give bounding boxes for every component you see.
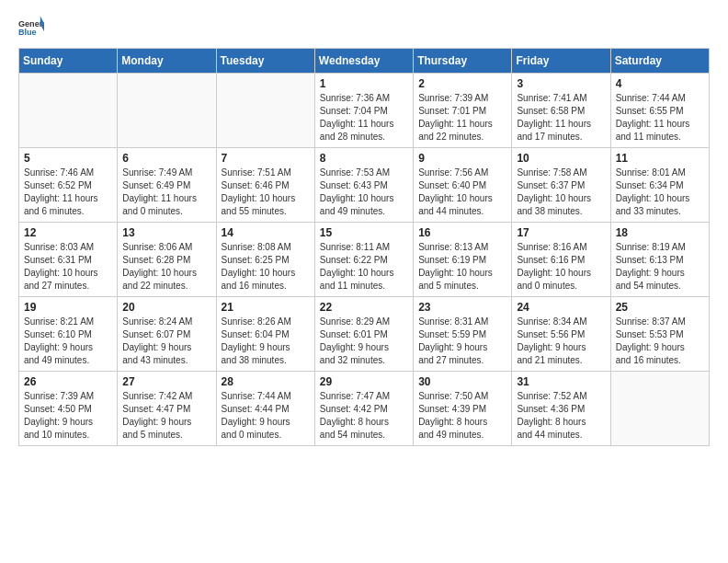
day-number: 27 [122,375,210,388]
svg-text:Blue: Blue [18,28,37,37]
calendar-cell: 17Sunrise: 8:16 AM Sunset: 6:16 PM Dayli… [512,223,610,297]
calendar-table: SundayMondayTuesdayWednesdayThursdayFrid… [18,48,710,446]
day-info: Sunrise: 8:03 AM Sunset: 6:31 PM Dayligh… [24,241,112,293]
day-number: 21 [222,301,310,314]
calendar-cell: 22Sunrise: 8:29 AM Sunset: 6:01 PM Dayli… [314,297,413,372]
calendar-cell: 19Sunrise: 8:21 AM Sunset: 6:10 PM Dayli… [19,297,118,372]
day-info: Sunrise: 8:19 AM Sunset: 6:13 PM Dayligh… [616,241,704,293]
calendar-cell: 8Sunrise: 7:53 AM Sunset: 6:43 PM Daylig… [314,148,413,223]
day-number: 12 [24,226,112,239]
day-info: Sunrise: 7:58 AM Sunset: 6:37 PM Dayligh… [517,167,605,218]
day-of-week-header: Saturday [610,49,709,74]
calendar-cell: 10Sunrise: 7:58 AM Sunset: 6:37 PM Dayli… [512,148,610,223]
calendar-cell: 1Sunrise: 7:36 AM Sunset: 7:04 PM Daylig… [314,74,413,148]
logo-icon: General Blue [18,15,44,40]
calendar-cell [216,74,314,148]
day-info: Sunrise: 8:31 AM Sunset: 5:59 PM Dayligh… [418,316,506,367]
day-number: 19 [24,301,112,314]
calendar-cell: 21Sunrise: 8:26 AM Sunset: 6:04 PM Dayli… [216,297,314,372]
day-info: Sunrise: 7:46 AM Sunset: 6:52 PM Dayligh… [24,167,112,218]
day-number: 20 [122,301,210,314]
day-number: 6 [122,152,210,165]
day-number: 15 [320,226,408,239]
calendar-cell: 15Sunrise: 8:11 AM Sunset: 6:22 PM Dayli… [314,223,413,297]
calendar-cell: 27Sunrise: 7:42 AM Sunset: 4:47 PM Dayli… [118,372,216,446]
calendar-cell: 29Sunrise: 7:47 AM Sunset: 4:42 PM Dayli… [314,372,413,446]
calendar-cell: 25Sunrise: 8:37 AM Sunset: 5:53 PM Dayli… [610,297,709,372]
calendar-cell: 4Sunrise: 7:44 AM Sunset: 6:55 PM Daylig… [610,74,709,148]
day-number: 24 [517,301,605,314]
day-info: Sunrise: 7:49 AM Sunset: 6:49 PM Dayligh… [122,167,210,218]
day-number: 26 [24,375,112,388]
day-number: 11 [616,152,704,165]
day-info: Sunrise: 7:44 AM Sunset: 4:44 PM Dayligh… [222,390,310,442]
day-number: 30 [418,375,506,388]
day-number: 4 [616,77,704,90]
day-number: 28 [222,375,310,388]
day-info: Sunrise: 7:52 AM Sunset: 4:36 PM Dayligh… [517,390,605,442]
logo: General Blue [18,15,48,40]
day-number: 25 [616,301,704,314]
calendar-week-row: 19Sunrise: 8:21 AM Sunset: 6:10 PM Dayli… [19,297,710,372]
day-info: Sunrise: 8:06 AM Sunset: 6:28 PM Dayligh… [122,241,210,293]
day-of-week-header: Wednesday [314,49,413,74]
calendar-week-row: 26Sunrise: 7:39 AM Sunset: 4:50 PM Dayli… [19,372,710,446]
day-of-week-header: Tuesday [216,49,314,74]
calendar-cell: 5Sunrise: 7:46 AM Sunset: 6:52 PM Daylig… [19,148,118,223]
calendar-cell: 31Sunrise: 7:52 AM Sunset: 4:36 PM Dayli… [512,372,610,446]
day-number: 10 [517,152,605,165]
calendar-cell: 7Sunrise: 7:51 AM Sunset: 6:46 PM Daylig… [216,148,314,223]
day-number: 9 [418,152,506,165]
day-info: Sunrise: 7:36 AM Sunset: 7:04 PM Dayligh… [320,92,408,144]
day-number: 8 [320,152,408,165]
calendar-cell: 11Sunrise: 8:01 AM Sunset: 6:34 PM Dayli… [610,148,709,223]
calendar-cell: 20Sunrise: 8:24 AM Sunset: 6:07 PM Dayli… [118,297,216,372]
calendar-week-row: 1Sunrise: 7:36 AM Sunset: 7:04 PM Daylig… [19,74,710,148]
day-number: 13 [122,226,210,239]
day-info: Sunrise: 8:21 AM Sunset: 6:10 PM Dayligh… [24,316,112,367]
day-info: Sunrise: 8:37 AM Sunset: 5:53 PM Dayligh… [616,316,704,367]
day-number: 2 [418,77,506,90]
day-of-week-header: Thursday [414,49,512,74]
calendar-cell: 2Sunrise: 7:39 AM Sunset: 7:01 PM Daylig… [414,74,512,148]
calendar-cell: 26Sunrise: 7:39 AM Sunset: 4:50 PM Dayli… [19,372,118,446]
calendar-cell: 3Sunrise: 7:41 AM Sunset: 6:58 PM Daylig… [512,74,610,148]
day-number: 1 [320,77,408,90]
day-info: Sunrise: 7:51 AM Sunset: 6:46 PM Dayligh… [222,167,310,218]
day-info: Sunrise: 7:41 AM Sunset: 6:58 PM Dayligh… [517,92,605,144]
day-info: Sunrise: 7:56 AM Sunset: 6:40 PM Dayligh… [418,167,506,218]
day-info: Sunrise: 8:24 AM Sunset: 6:07 PM Dayligh… [122,316,210,367]
day-number: 16 [418,226,506,239]
day-number: 31 [517,375,605,388]
calendar-cell: 6Sunrise: 7:49 AM Sunset: 6:49 PM Daylig… [118,148,216,223]
calendar-cell: 13Sunrise: 8:06 AM Sunset: 6:28 PM Dayli… [118,223,216,297]
day-info: Sunrise: 7:44 AM Sunset: 6:55 PM Dayligh… [616,92,704,144]
calendar-cell: 12Sunrise: 8:03 AM Sunset: 6:31 PM Dayli… [19,223,118,297]
calendar-cell: 23Sunrise: 8:31 AM Sunset: 5:59 PM Dayli… [414,297,512,372]
day-info: Sunrise: 8:26 AM Sunset: 6:04 PM Dayligh… [222,316,310,367]
day-of-week-header: Sunday [19,49,118,74]
day-of-week-header: Friday [512,49,610,74]
calendar-header-row: SundayMondayTuesdayWednesdayThursdayFrid… [19,49,710,74]
day-info: Sunrise: 7:50 AM Sunset: 4:39 PM Dayligh… [418,390,506,442]
calendar-cell [118,74,216,148]
day-number: 18 [616,226,704,239]
day-info: Sunrise: 8:01 AM Sunset: 6:34 PM Dayligh… [616,167,704,218]
calendar-cell: 30Sunrise: 7:50 AM Sunset: 4:39 PM Dayli… [414,372,512,446]
calendar-week-row: 5Sunrise: 7:46 AM Sunset: 6:52 PM Daylig… [19,148,710,223]
day-number: 17 [517,226,605,239]
day-number: 5 [24,152,112,165]
day-info: Sunrise: 7:47 AM Sunset: 4:42 PM Dayligh… [320,390,408,442]
page-header: General Blue [18,15,710,40]
day-info: Sunrise: 8:34 AM Sunset: 5:56 PM Dayligh… [517,316,605,367]
day-info: Sunrise: 8:08 AM Sunset: 6:25 PM Dayligh… [222,241,310,293]
day-info: Sunrise: 7:42 AM Sunset: 4:47 PM Dayligh… [122,390,210,442]
day-info: Sunrise: 8:16 AM Sunset: 6:16 PM Dayligh… [517,241,605,293]
calendar-cell: 14Sunrise: 8:08 AM Sunset: 6:25 PM Dayli… [216,223,314,297]
calendar-cell: 18Sunrise: 8:19 AM Sunset: 6:13 PM Dayli… [610,223,709,297]
calendar-week-row: 12Sunrise: 8:03 AM Sunset: 6:31 PM Dayli… [19,223,710,297]
calendar-cell: 24Sunrise: 8:34 AM Sunset: 5:56 PM Dayli… [512,297,610,372]
day-number: 22 [320,301,408,314]
day-info: Sunrise: 8:13 AM Sunset: 6:19 PM Dayligh… [418,241,506,293]
day-info: Sunrise: 8:29 AM Sunset: 6:01 PM Dayligh… [320,316,408,367]
